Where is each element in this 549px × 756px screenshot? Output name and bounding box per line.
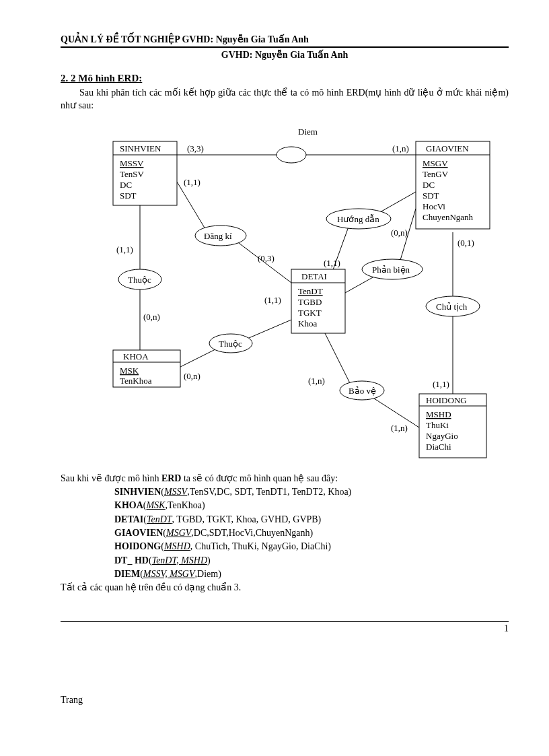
svg-text:Thuộc: Thuộc	[219, 339, 242, 349]
svg-text:DiaChi: DiaChi	[426, 442, 451, 452]
entity-giaovien: GIAOVIEN MSGV TenGV DC SDT HocVi ChuyenN…	[416, 141, 490, 229]
svg-text:(1,1): (1,1)	[264, 295, 281, 305]
svg-text:Thuộc: Thuộc	[128, 275, 151, 285]
header-line1: QUẢN LÝ ĐỀ TỐT NGHIỆP GVHD: Nguyễn Gia T…	[61, 34, 509, 45]
svg-text:Khoa: Khoa	[298, 318, 317, 329]
svg-text:(0,3): (0,3)	[258, 253, 274, 263]
footer-label: Trang	[61, 695, 509, 706]
header-right: GVHD: Nguyễn Gia Tuấn Anh	[182, 34, 308, 44]
svg-text:Hướng dẫn: Hướng dẫn	[337, 214, 379, 224]
svg-text:MSGV: MSGV	[423, 158, 448, 168]
svg-text:(0,n): (0,n)	[143, 312, 160, 322]
svg-text:SDT: SDT	[120, 191, 137, 201]
svg-text:(1,1): (1,1)	[324, 258, 340, 268]
entity-sinhvien: SINHVIEN MSSV TenSV DC SDT	[113, 141, 177, 205]
intro-paragraph: Sau khi phân tích các mối kết hợp giữa c…	[61, 87, 509, 112]
svg-text:TenDT: TenDT	[298, 286, 323, 296]
svg-text:(0,1): (0,1)	[458, 238, 474, 248]
schema-line: DT_ HD(TenDT, MSHD)	[114, 554, 509, 568]
svg-text:(1,n): (1,n)	[308, 376, 325, 386]
entity-detai: DETAI TenDT TGBD TGKT Khoa	[291, 269, 345, 333]
svg-point-16	[277, 147, 306, 163]
svg-text:MSSV: MSSV	[120, 158, 144, 168]
svg-text:(1,n): (1,n)	[392, 143, 409, 153]
svg-text:Diem: Diem	[298, 127, 318, 137]
svg-text:NgayGio: NgayGio	[426, 431, 458, 441]
entity-khoa: KHOA MSK TenKhoa	[113, 350, 180, 387]
schema-line: DETAI(TenDT, TGBD, TGKT, Khoa, GVHD, GVP…	[114, 513, 509, 526]
erd-diagram: SINHVIEN MSSV TenSV DC SDT GIAOVIEN MSGV…	[76, 118, 493, 468]
page-number: 1	[61, 621, 509, 634]
header-left: QUẢN LÝ ĐỀ TỐT NGHIỆP	[61, 34, 180, 44]
svg-text:SDT: SDT	[423, 191, 439, 201]
svg-text:Phản biện: Phản biện	[372, 265, 410, 275]
header-line2: GVHD: Nguyễn Gia Tuấn Anh	[61, 49, 509, 61]
svg-text:ThuKi: ThuKi	[426, 420, 449, 430]
svg-text:(1,1): (1,1)	[116, 244, 133, 254]
entity-hoidong: HOIDONG MSHD ThuKi NgayGio DiaChi	[419, 394, 486, 458]
svg-text:(1,1): (1,1)	[433, 379, 449, 389]
schema-line: KHOA(MSK,TenKhoa)	[114, 499, 509, 512]
section-title: 2. 2 Mô hình ERD:	[61, 73, 509, 84]
svg-line-10	[244, 320, 291, 340]
svg-text:MSK: MSK	[120, 366, 139, 376]
svg-text:HOIDONG: HOIDONG	[426, 395, 467, 405]
schema-block: Sau khi vẽ được mô hình ERD ta sẽ có đượ…	[61, 472, 509, 595]
svg-text:GIAOVIEN: GIAOVIEN	[426, 143, 469, 153]
svg-text:Đăng kí: Đăng kí	[204, 231, 232, 241]
svg-text:SINHVIEN: SINHVIEN	[120, 143, 161, 153]
svg-text:TGKT: TGKT	[298, 308, 322, 318]
schema-line: SINHVIEN(MSSV,TenSV,DC, SDT, TenDT1, Ten…	[114, 485, 509, 499]
svg-text:DC: DC	[120, 180, 132, 190]
svg-text:TenSV: TenSV	[120, 169, 145, 179]
svg-text:ChuyenNganh: ChuyenNganh	[423, 212, 474, 222]
svg-text:(1,1): (1,1)	[184, 177, 200, 187]
header-rule	[61, 46, 509, 48]
svg-text:DC: DC	[423, 180, 435, 190]
svg-text:(0,n): (0,n)	[391, 228, 408, 238]
svg-line-12	[325, 333, 352, 387]
svg-text:Bảo vệ: Bảo vệ	[349, 386, 376, 396]
svg-text:TGBD: TGBD	[298, 297, 322, 307]
svg-text:TenGV: TenGV	[423, 169, 449, 179]
schema-line: HOIDONG(MSHD, ChuTich, ThuKi, NgayGio, D…	[114, 540, 509, 553]
svg-text:DETAI: DETAI	[301, 271, 327, 281]
schema-intro: Sau khi vẽ được mô hình ERD ta sẽ có đượ…	[61, 472, 509, 485]
svg-text:(3,3): (3,3)	[187, 143, 204, 153]
schema-note: Tất cả các quan hệ trên đều có dạng chuẩ…	[61, 581, 509, 594]
schema-line: DIEM(MSSV, MSGV,Diem)	[114, 568, 509, 581]
svg-text:(0,n): (0,n)	[184, 371, 200, 381]
svg-line-2	[177, 182, 207, 232]
svg-text:MSHD: MSHD	[426, 409, 451, 419]
schema-line: GIAOVIEN(MSGV,DC,SDT,HocVi,ChuyenNganh)	[114, 526, 509, 540]
svg-text:HocVi: HocVi	[423, 201, 445, 211]
svg-text:Chủ tịch: Chủ tịch	[436, 302, 468, 312]
svg-text:KHOA: KHOA	[123, 351, 149, 362]
svg-text:(1,n): (1,n)	[391, 423, 408, 433]
svg-text:TenKhoa: TenKhoa	[120, 376, 152, 386]
